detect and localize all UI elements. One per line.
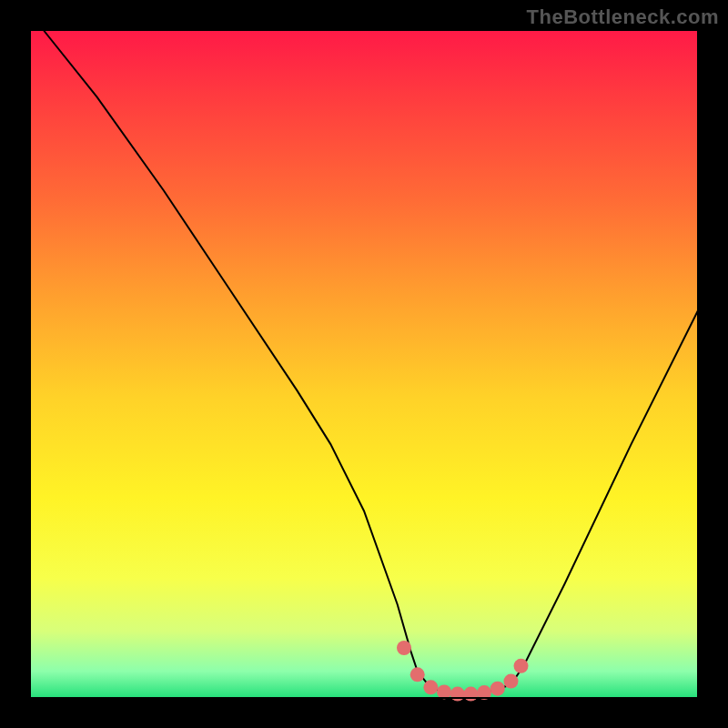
- chart-svg: [0, 0, 728, 728]
- marker-dot: [463, 687, 478, 702]
- plot-background: [30, 30, 698, 698]
- marker-dot: [410, 667, 425, 682]
- marker-dot: [490, 682, 505, 696]
- marker-dot: [397, 641, 411, 655]
- marker-dot: [504, 674, 519, 689]
- marker-dot: [514, 659, 529, 673]
- chart-container: TheBottleneck.com: [0, 0, 728, 728]
- watermark-text: TheBottleneck.com: [527, 5, 719, 29]
- marker-dot: [423, 680, 438, 694]
- marker-dot: [450, 687, 465, 702]
